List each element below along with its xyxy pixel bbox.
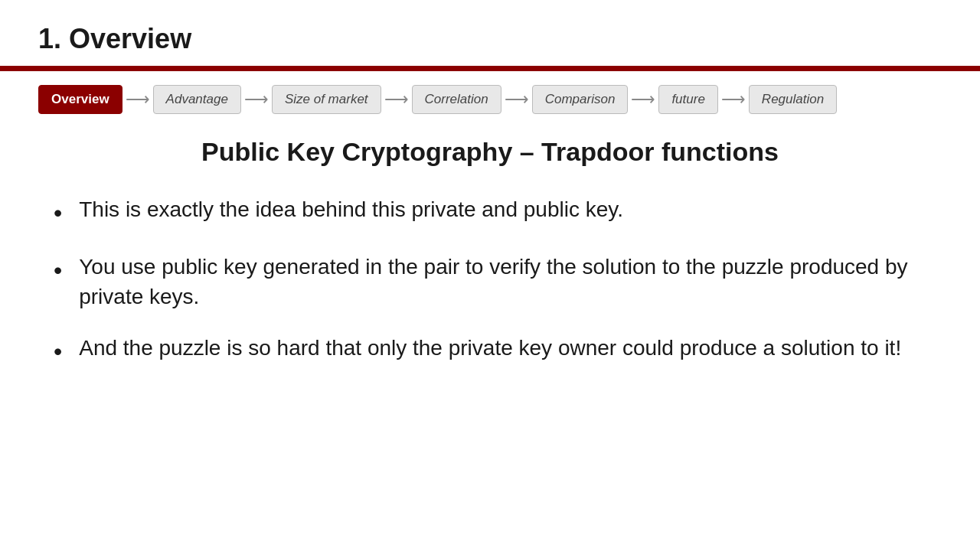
bullet-list: • This is exactly the idea behind this p… [38,194,942,369]
nav-item-regulation[interactable]: Regulation [749,85,837,114]
red-divider [0,66,980,71]
nav-arrow-6: ⟶ [721,90,746,109]
list-item: • This is exactly the idea behind this p… [54,194,942,230]
bullet-dot-1: • [54,196,62,230]
nav-item-future[interactable]: future [658,85,717,114]
nav-arrow-3: ⟶ [384,90,409,109]
nav-arrow-2: ⟶ [244,90,269,109]
nav-arrow-1: ⟶ [126,90,150,109]
nav-arrow-4: ⟶ [505,90,529,109]
bullet-text-3: And the puzzle is so hard that only the … [79,333,901,363]
nav-arrow-5: ⟶ [631,90,655,109]
page-title: 1. Overview [38,23,942,55]
bullet-text-2: You use public key generated in the pair… [79,252,942,311]
list-item: • You use public key generated in the pa… [54,252,942,311]
nav-item-size-of-market[interactable]: Size of market [272,85,381,114]
list-item: • And the puzzle is so hard that only th… [54,333,942,369]
nav-item-overview[interactable]: Overview [38,85,122,114]
nav-item-advantage[interactable]: Advantage [153,85,241,114]
nav-item-correlation[interactable]: Correlation [412,85,501,114]
bullet-text-1: This is exactly the idea behind this pri… [79,194,623,224]
navigation-bar: Overview ⟶ Advantage ⟶ Size of market ⟶ … [38,85,942,114]
bullet-dot-2: • [54,253,62,288]
nav-item-comparison[interactable]: Comparison [532,85,629,114]
content-main-title: Public Key Cryptography – Trapdoor funct… [38,137,942,167]
bullet-dot-3: • [54,334,62,369]
